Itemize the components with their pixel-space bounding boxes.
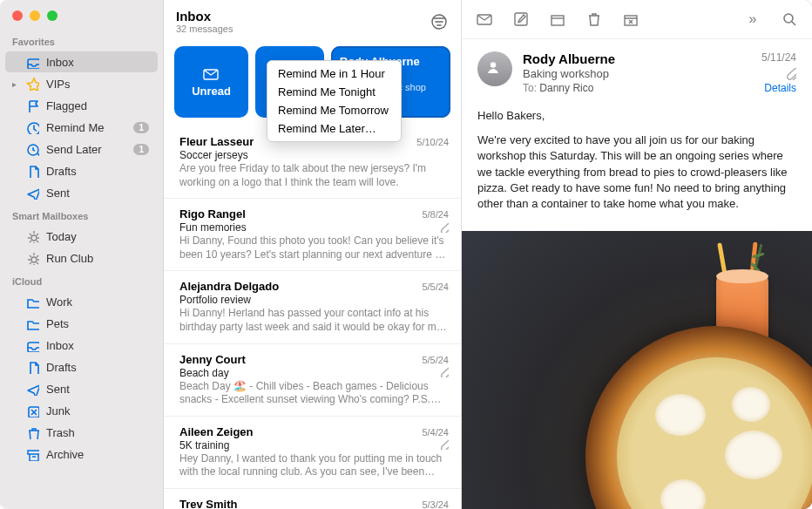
sidebar-item-run-club[interactable]: Run Club — [5, 248, 158, 268]
message-subject: Soccer jerseys — [179, 149, 248, 161]
message-list-pane: Inbox 32 messages Unread Rem Rody Albuer… — [164, 0, 462, 509]
unread-card-label: Unread — [192, 85, 231, 98]
menu-item-remind-me-in-1-hour[interactable]: Remind Me in 1 Hour — [267, 64, 401, 83]
flag-icon — [24, 98, 40, 112]
sidebar-item-label: Inbox — [46, 56, 149, 69]
sidebar-item-junk[interactable]: Junk — [5, 400, 158, 421]
sidebar-item-vips[interactable]: ▸VIPs — [5, 73, 158, 94]
message-subject: Fun memories — [179, 221, 247, 234]
menu-item-remind-me-tomorrow[interactable]: Remind Me Tomorrow — [267, 101, 401, 119]
message-date: 5/5/24 — [422, 355, 449, 365]
sidebar-item-inbox[interactable]: Inbox — [5, 51, 158, 72]
list-header: Inbox 32 messages — [164, 0, 461, 37]
archive-button[interactable] — [549, 10, 566, 28]
message-from: Aileen Zeigen — [179, 425, 254, 438]
doc-icon — [24, 360, 40, 374]
message-date: 5/10/24 — [416, 137, 449, 147]
minimize-window-button[interactable] — [30, 10, 40, 21]
filter-button[interactable] — [430, 12, 449, 31]
message-row[interactable]: Jenny Court5/5/24Beach dayBeach Day 🏖️ -… — [164, 344, 461, 417]
sidebar-item-sent[interactable]: Sent — [5, 378, 158, 399]
list-title: Inbox — [176, 9, 430, 24]
disclosure-icon[interactable]: ▸ — [12, 79, 23, 89]
sidebar-item-work[interactable]: Work — [5, 291, 158, 312]
tray-icon — [24, 338, 40, 352]
mail-date: 5/11/24 — [761, 51, 796, 66]
sidebar-item-send-later[interactable]: Send Later1 — [5, 139, 158, 159]
sidebar-item-label: Remind Me — [46, 121, 133, 134]
message-row[interactable]: Alejandra Delgado5/5/24Portfolio reviewH… — [164, 271, 461, 343]
mail-greeting: Hello Bakers, — [477, 108, 796, 124]
xbox-icon — [24, 404, 40, 417]
mail-from: Rody Albuerne — [523, 51, 615, 66]
sidebar-item-label: Sent — [46, 187, 149, 200]
message-date: 5/4/24 — [422, 427, 449, 438]
message-subject: 5K training — [179, 439, 229, 451]
sidebar-item-label: Inbox — [46, 339, 149, 352]
search-button[interactable] — [781, 10, 798, 28]
sidebar-item-label: Drafts — [46, 361, 149, 374]
messages-list[interactable]: Fleur Lasseur5/10/24Soccer jerseysAre yo… — [164, 126, 461, 509]
sidebar-item-trash[interactable]: Trash — [5, 422, 158, 443]
sidebar-item-today[interactable]: Today — [5, 226, 158, 247]
envelope-button[interactable] — [476, 10, 493, 28]
message-from: Fleur Lasseur — [179, 135, 254, 148]
message-date: 5/3/24 — [422, 499, 449, 509]
sidebar-item-flagged[interactable]: Flagged — [5, 95, 158, 116]
sidebar-item-label: Sent — [46, 383, 149, 396]
sidebar-item-inbox[interactable]: Inbox — [5, 335, 158, 356]
avatar — [477, 51, 512, 86]
menu-item-remind-me-later-[interactable]: Remind Me Later… — [267, 119, 401, 138]
gear-icon — [24, 229, 40, 243]
message-subject: Portfolio review — [179, 294, 251, 306]
sidebar-item-remind-me[interactable]: Remind Me1 — [5, 117, 158, 138]
trash-button[interactable] — [585, 10, 603, 28]
message-preview: Hi Danny! Herland has passed your contac… — [179, 307, 449, 334]
mail-body: Hello Bakers, We're very excited to have… — [462, 103, 812, 231]
mail-to: To: Danny Rico — [523, 82, 593, 94]
attachment-icon — [438, 439, 449, 450]
sidebar-item-label: Junk — [46, 404, 149, 417]
unread-card[interactable]: Unread — [174, 46, 248, 118]
sidebar-item-pets[interactable]: Pets — [5, 313, 158, 334]
zoom-window-button[interactable] — [47, 10, 58, 21]
sidebar-section-smart: Smart Mailboxes — [0, 204, 163, 225]
sidebar-item-sent[interactable]: Sent — [5, 182, 158, 203]
message-row[interactable]: Aileen Zeigen5/4/245K trainingHey Danny,… — [164, 417, 461, 489]
sidebar-badge: 1 — [133, 122, 149, 133]
clock-icon — [24, 120, 40, 134]
menu-item-remind-me-tonight[interactable]: Remind Me Tonight — [267, 83, 401, 101]
sidebar-item-label: Trash — [46, 426, 149, 439]
mail-header: Rody Albuerne 5/11/24 Baking workshop To… — [462, 39, 812, 103]
sidebar-item-drafts[interactable]: Drafts — [5, 160, 158, 181]
archive-icon — [24, 447, 40, 461]
sidebar-item-archive[interactable]: Archive — [5, 444, 158, 465]
mail-subject: Baking workshop — [523, 67, 609, 80]
remind-me-menu: Remind Me in 1 HourRemind Me TonightRemi… — [267, 60, 402, 142]
message-subject: Beach day — [179, 367, 229, 379]
sidebar-item-drafts[interactable]: Drafts — [5, 356, 158, 377]
compose-button[interactable] — [512, 10, 530, 28]
trash-icon — [24, 425, 40, 439]
message-row[interactable]: Rigo Rangel5/8/24Fun memoriesHi Danny, F… — [164, 199, 461, 271]
message-preview: Are you free Friday to talk about the ne… — [179, 162, 449, 189]
paperplane-icon — [24, 382, 40, 396]
sidebar-section-icloud: iCloud — [0, 269, 163, 290]
message-row[interactable]: Trev Smith5/3/24Illustration referenceHi… — [164, 489, 461, 509]
content-pane: » Rody Albuerne 5/11/24 Baking workshop … — [462, 0, 812, 509]
more-button[interactable]: » — [744, 10, 761, 28]
paperplane-icon — [24, 186, 40, 200]
mail-image — [462, 231, 812, 509]
message-from: Trev Smith — [179, 498, 237, 509]
folder-icon — [24, 295, 40, 309]
junk-button[interactable] — [622, 10, 639, 28]
sidebar-item-label: Flagged — [46, 99, 149, 112]
sidebar: Favorites Inbox▸VIPsFlaggedRemind Me1Sen… — [0, 0, 164, 509]
message-date: 5/8/24 — [422, 209, 449, 220]
sidebar-item-label: VIPs — [46, 78, 149, 91]
sidebar-item-label: Drafts — [46, 165, 149, 178]
sidebar-item-label: Run Club — [46, 252, 149, 265]
details-link[interactable]: Details — [764, 82, 796, 94]
close-window-button[interactable] — [12, 10, 23, 21]
message-preview: Beach Day 🏖️ - Chill vibes - Beach games… — [179, 380, 449, 407]
